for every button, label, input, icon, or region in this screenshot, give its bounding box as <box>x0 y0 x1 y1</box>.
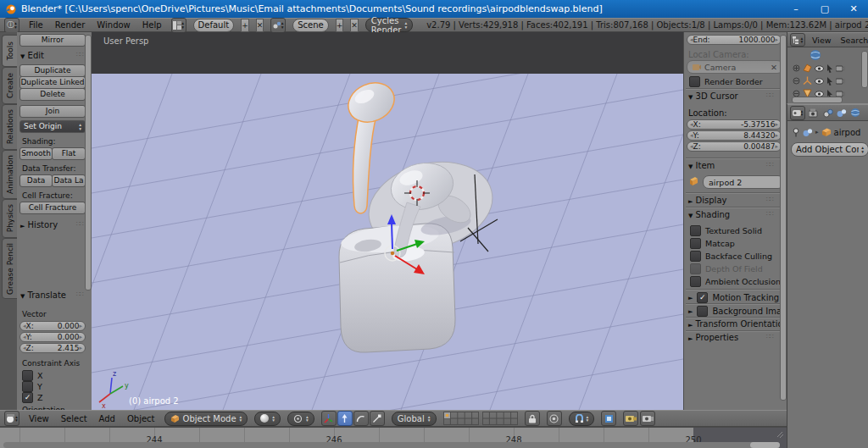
cell-fracture-button[interactable]: Cell Fracture <box>19 202 86 214</box>
shade-flat-button[interactable]: Flat <box>52 147 86 160</box>
editor-type-properties-icon[interactable]: ▴▾ <box>790 106 805 120</box>
tab-grease-pencil[interactable]: Grease Pencil <box>2 238 18 299</box>
cursor-x-field[interactable]: ◂X: -5.37516▸ <box>687 119 782 130</box>
frame-end-field[interactable]: ◂End: 1000.000▸ <box>687 35 782 45</box>
checkbox-icon[interactable] <box>22 370 33 381</box>
constraint-y-checkbox[interactable]: Y <box>22 381 42 392</box>
object-breadcrumb-icon[interactable] <box>803 128 813 137</box>
mirror-button[interactable]: Mirror <box>19 34 86 47</box>
region-resize-corner-icon[interactable] <box>775 429 785 440</box>
outliner-menu-view[interactable]: View <box>810 36 834 45</box>
scene-icon[interactable]: ▴▾ <box>270 18 286 33</box>
layer-grid-right-icon[interactable] <box>482 412 518 425</box>
panel-grip-icon[interactable]: ∷∷ <box>766 91 773 99</box>
edit-panel-header[interactable]: ▼ Edit ∷∷ <box>20 51 44 60</box>
checkbox-icon[interactable] <box>690 251 701 262</box>
panel-grip-icon[interactable]: ∷∷ <box>76 290 83 298</box>
timeline[interactable]: 244 246 248 250 <box>0 427 787 448</box>
tab-animation[interactable]: Animation <box>2 150 18 199</box>
panel-grip-icon[interactable]: ∷∷ <box>76 220 83 228</box>
panel-grip-icon[interactable]: ∷∷ <box>76 51 83 58</box>
checkbox-icon[interactable] <box>690 276 701 287</box>
add-object-constraint-button[interactable]: Add Object Constr... ▴▾ <box>791 142 868 157</box>
selectability-cursor-icon[interactable] <box>826 64 833 73</box>
tab-object-icon[interactable] <box>837 108 847 118</box>
tool-shelf-scrollbar[interactable] <box>85 35 92 290</box>
checkbox-icon[interactable]: ✓ <box>697 292 708 303</box>
local-camera-field[interactable]: Camera ✕ <box>687 60 783 74</box>
translate-panel-header[interactable]: ▼ Translate ∷∷ <box>20 290 66 300</box>
expand-icon[interactable] <box>793 64 800 72</box>
menu-add[interactable]: Add <box>97 414 118 423</box>
panel-grip-icon[interactable]: ∷∷ <box>766 161 773 169</box>
viewport-3d[interactable]: z y x User Persp (0) airpod 2 <box>92 32 683 410</box>
minimize-button[interactable]: – <box>782 0 810 18</box>
cursor-panel-header[interactable]: ▼ 3D Cursor ∷∷ <box>688 91 738 101</box>
layout-add-button[interactable]: + <box>241 19 249 32</box>
title-bar[interactable]: Blender* [C:\Users\spenc\OneDrive\Pictur… <box>0 0 868 18</box>
close-button[interactable]: ✕ <box>839 0 868 18</box>
editor-type-3dview-icon[interactable]: ▴▾ <box>4 411 19 426</box>
data-button[interactable]: Data <box>19 174 53 187</box>
menu-window[interactable]: Window <box>94 20 132 30</box>
timeline-scrollbar[interactable] <box>3 442 780 448</box>
proportional-edit-icon[interactable] <box>547 411 562 426</box>
outliner-row-mesh[interactable] <box>793 64 845 73</box>
layout-selector[interactable]: Default <box>193 19 235 32</box>
opengl-render-image-icon[interactable] <box>623 411 638 426</box>
viewport-shading-selector[interactable]: ▴▾ <box>254 412 281 426</box>
renderability-camera-icon[interactable] <box>836 77 845 85</box>
manipulator-scale-button[interactable] <box>370 411 385 426</box>
outliner-scrollbar-vertical[interactable] <box>861 51 868 88</box>
shading-panel-header[interactable]: ▼ Shading ∷∷ <box>688 210 730 219</box>
tab-scene-icon[interactable] <box>823 108 833 118</box>
scene-add-button[interactable]: + <box>336 19 344 32</box>
layer-grid-left-icon[interactable] <box>443 412 479 425</box>
tab-physics[interactable]: Physics <box>2 199 18 238</box>
matcap-checkbox[interactable]: Matcap <box>690 238 735 249</box>
manipulator-translate-button[interactable] <box>337 411 353 426</box>
item-panel-header[interactable]: ▼ Item ∷∷ <box>688 161 715 170</box>
display-panel-header[interactable]: ► Display ∷∷ <box>688 196 726 205</box>
set-origin-menu[interactable]: Set Origin ▴▾ <box>19 120 86 133</box>
expand-icon[interactable] <box>793 77 800 85</box>
outliner-scrollbar-horizontal[interactable] <box>792 97 843 103</box>
transform-orientation-selector[interactable]: Global ▴▾ <box>392 412 437 426</box>
clear-icon[interactable]: ✕ <box>771 63 777 72</box>
checkbox-icon[interactable] <box>689 76 700 87</box>
delete-button[interactable]: Delete <box>19 88 86 101</box>
mode-selector[interactable]: Object Mode ▴▾ <box>164 412 248 426</box>
object-data-cube-icon[interactable] <box>821 127 832 137</box>
backface-culling-checkbox[interactable]: Backface Culling <box>690 251 772 262</box>
data-layout-button[interactable]: Data La <box>52 174 86 187</box>
snap-selector[interactable]: ▴▾ <box>569 412 595 426</box>
opengl-render-anim-icon[interactable] <box>640 411 655 426</box>
panel-grip-icon[interactable]: ∷∷ <box>766 333 773 340</box>
translate-x-field[interactable]: ◂X: 0.000▸ <box>19 321 86 331</box>
selectability-cursor-icon[interactable] <box>826 77 833 86</box>
tab-create[interactable]: Create <box>2 67 18 104</box>
constraint-z-checkbox[interactable]: ✓ Z <box>22 392 43 403</box>
shade-smooth-button[interactable]: Smooth <box>19 147 53 160</box>
translate-y-field[interactable]: ◂Y: 0.000▸ <box>19 332 86 342</box>
transform-orientations-panel-header[interactable]: ► Transform Orientations ∷∷ <box>688 319 793 329</box>
constraint-x-checkbox[interactable]: X <box>22 370 43 381</box>
cursor-y-field[interactable]: ◂Y: 8.44320▸ <box>687 130 782 141</box>
item-name-field[interactable]: airpod 2 <box>703 175 784 189</box>
duplicate-button[interactable]: Duplicate <box>19 64 86 77</box>
render-engine-selector[interactable]: Cycles Render ▴▾ <box>365 18 413 32</box>
history-panel-header[interactable]: ► History ∷∷ <box>20 220 58 230</box>
translate-z-field[interactable]: ◂Z: 2.415▸ <box>19 343 86 353</box>
tab-world-icon[interactable] <box>850 108 860 118</box>
checkbox-icon[interactable]: ✓ <box>22 392 33 403</box>
cursor-z-field[interactable]: ◂Z: 0.00487▸ <box>687 141 782 152</box>
layers-widget[interactable] <box>443 412 518 425</box>
pivot-point-selector[interactable]: ▴▾ <box>287 412 314 426</box>
checkbox-icon[interactable] <box>690 238 701 249</box>
manipulator-axis-icon[interactable] <box>321 411 337 426</box>
menu-view[interactable]: View <box>26 414 52 423</box>
duplicate-linked-button[interactable]: Duplicate Linked <box>19 76 86 89</box>
outliner-menu-search[interactable]: Search <box>838 36 868 45</box>
menu-file[interactable]: File <box>26 20 46 30</box>
screen-layout-icon[interactable]: ▴▾ <box>171 18 186 33</box>
